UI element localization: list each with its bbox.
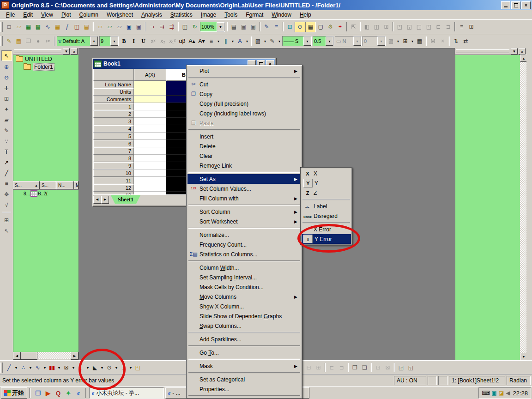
- pointer-tool-icon[interactable]: ↖: [1, 50, 12, 61]
- tab-scroll-left-icon[interactable]: ◀: [93, 196, 101, 204]
- menu-item-go-to[interactable]: Go To...: [187, 348, 301, 357]
- add-layer-icon[interactable]: ⊞: [466, 22, 476, 32]
- template-library-icon[interactable]: ◰: [133, 363, 143, 373]
- quick-launch-desktop-icon[interactable]: ❒: [33, 388, 42, 398]
- menu-item-sort-column[interactable]: Sort Column▶: [187, 207, 301, 217]
- new-folder-icon[interactable]: ▱: [14, 22, 24, 32]
- menu-item-slide-show-of-dependent-graphs[interactable]: Slide Show of Dependent Graphs: [187, 311, 301, 321]
- display-settings-icon[interactable]: ▣: [492, 390, 497, 396]
- cell-a-9[interactable]: [134, 162, 166, 169]
- row-header-7[interactable]: 7: [93, 147, 134, 155]
- draw-mask-tool-icon[interactable]: ✎: [2, 126, 12, 135]
- cell-a-comments[interactable]: [134, 96, 166, 103]
- new-layout-icon[interactable]: ◫: [72, 22, 82, 32]
- row-header-12[interactable]: 12: [93, 184, 134, 192]
- menubar-item-view[interactable]: View: [37, 11, 57, 19]
- grid-lines-icon-dropdown-icon[interactable]: ▼: [410, 36, 415, 46]
- vertical-text-icon[interactable]: ∥: [221, 36, 230, 46]
- line-plot-icon-dropdown-icon[interactable]: ▼: [14, 363, 18, 373]
- pane-gripper[interactable]: [14, 49, 61, 53]
- mask-tool-icon[interactable]: ▰: [2, 115, 12, 125]
- scroll-left-icon[interactable]: ◀: [13, 352, 21, 360]
- zoom-panel-plot-icon[interactable]: ⊠: [61, 363, 71, 373]
- fill-color-icon-dropdown-icon[interactable]: ▼: [263, 36, 267, 46]
- import-ascii-icon[interactable]: ⇉: [157, 22, 167, 32]
- menu-item-plot[interactable]: Plot▶: [187, 66, 301, 76]
- row-header-11[interactable]: 11: [93, 177, 134, 184]
- scatter-plot-icon-dropdown-icon[interactable]: ▼: [28, 363, 33, 373]
- scatter-plot-icon[interactable]: ∴: [18, 363, 28, 373]
- hand-tool-icon[interactable]: ✥: [2, 189, 12, 199]
- image-viewer-icon[interactable]: ▣: [239, 22, 248, 32]
- arrow-tool-icon[interactable]: ↗: [2, 157, 12, 167]
- row-header-5[interactable]: 5: [93, 133, 134, 140]
- cell-a-7[interactable]: [134, 147, 166, 155]
- toolbar-gripper[interactable]: [0, 363, 3, 373]
- cell-a-5[interactable]: [134, 133, 166, 140]
- menu-item-copy-including-label-rows[interactable]: Copy (including label rows): [187, 109, 301, 118]
- line-color-icon-dropdown-icon[interactable]: ▼: [277, 36, 282, 46]
- row-header-10[interactable]: 10: [93, 169, 134, 177]
- menu-item-cut[interactable]: ✂Cut: [187, 79, 301, 89]
- toolbar-gripper[interactable]: [0, 36, 3, 46]
- rectangle-tool-icon[interactable]: ■: [2, 179, 12, 188]
- scroll-right-icon[interactable]: ▶: [71, 352, 79, 360]
- font-color-icon[interactable]: A: [235, 36, 245, 46]
- cell-a-long-name[interactable]: [134, 81, 166, 88]
- draw-icon[interactable]: ✎: [262, 22, 272, 32]
- new-worksheet-icon[interactable]: ▦: [24, 22, 33, 32]
- menubar-item-worksheet[interactable]: Worksheet: [103, 11, 137, 19]
- new-project-icon[interactable]: □: [4, 22, 14, 32]
- zoom-out-tool-icon[interactable]: ⊖: [2, 73, 12, 82]
- greek-icon[interactable]: αβ: [177, 36, 187, 46]
- menu-item-z[interactable]: ZZ: [302, 188, 351, 198]
- line-tool-icon[interactable]: ╱: [2, 168, 12, 178]
- layer-stack-icon[interactable]: ≡: [457, 22, 466, 32]
- menu-item-show-x-column[interactable]: Show X Column...: [187, 302, 301, 311]
- menu-item-sort-worksheet[interactable]: Sort Worksheet▶: [187, 217, 301, 226]
- zoom-in-tool-icon[interactable]: ⊕: [2, 62, 12, 72]
- object-select-tool-icon[interactable]: ↖: [2, 226, 12, 236]
- bring-front-icon[interactable]: ❐: [350, 363, 360, 373]
- sheet1-tab[interactable]: Sheet1: [111, 195, 140, 204]
- project-explorer-hscrollbar[interactable]: ◀ ▶: [13, 352, 79, 359]
- zoom-combo[interactable]: 100%▼: [200, 22, 225, 32]
- vertical-text-icon-dropdown-icon[interactable]: ▼: [230, 36, 235, 46]
- right-panel-scrollbar[interactable]: ▲ ▼: [520, 54, 526, 360]
- new-matrix-icon[interactable]: ▦: [53, 22, 62, 32]
- menu-item-remove-link[interactable]: Remove Link: [187, 161, 301, 170]
- back-data-icon[interactable]: ◱: [406, 363, 416, 373]
- menu-item-disregard[interactable]: NONEDisregard: [302, 211, 351, 221]
- row-header-4[interactable]: 4: [93, 125, 134, 133]
- front-data-icon[interactable]: ◲: [396, 363, 406, 373]
- menubar-item-edit[interactable]: Edit: [19, 11, 37, 19]
- save-template-icon[interactable]: ▣: [134, 22, 144, 32]
- bold-icon[interactable]: B: [119, 36, 129, 46]
- start-button[interactable]: 开始: [1, 387, 27, 399]
- open-template-icon[interactable]: ▱: [115, 22, 124, 32]
- pane-menu-icon[interactable]: ▼: [511, 48, 518, 54]
- menu-item-delete[interactable]: Delete: [187, 141, 301, 151]
- minimize-button[interactable]: [501, 1, 510, 9]
- underline-icon[interactable]: U: [139, 36, 148, 46]
- layer-tool-icon[interactable]: ⊞: [2, 215, 12, 225]
- edit-button-icon[interactable]: ✎: [4, 36, 14, 46]
- fill-color-icon[interactable]: ▨: [253, 36, 263, 46]
- menu-item-frequency-count[interactable]: Frequency Count...: [187, 240, 301, 249]
- cell-a-1[interactable]: [134, 103, 166, 110]
- new-function-icon[interactable]: ƒ: [62, 22, 72, 32]
- italic-icon[interactable]: I: [129, 36, 139, 46]
- cell-a-6[interactable]: [134, 140, 166, 147]
- row-header-comments[interactable]: Comments: [93, 96, 134, 103]
- script-window-icon[interactable]: ▢: [316, 22, 326, 32]
- menubar-item-plot[interactable]: Plot: [57, 11, 75, 19]
- pattern-icon-dropdown-icon[interactable]: ▼: [396, 36, 400, 46]
- font-combo[interactable]: TDefault: A▼: [57, 36, 98, 46]
- keyboard-layout-icon[interactable]: ⌨: [482, 390, 490, 396]
- import-multiple-ascii-icon[interactable]: ⇶: [167, 22, 176, 32]
- screen-reader-tool-icon[interactable]: ✛: [2, 83, 12, 93]
- line-style-combo-dropdown-icon[interactable]: ▼: [303, 36, 311, 46]
- menu-item-fill-column-with[interactable]: Fill Column with▶: [187, 193, 301, 203]
- tab-scroll-right-icon[interactable]: ▶: [101, 196, 109, 204]
- save-project-icon[interactable]: ▣: [124, 22, 134, 32]
